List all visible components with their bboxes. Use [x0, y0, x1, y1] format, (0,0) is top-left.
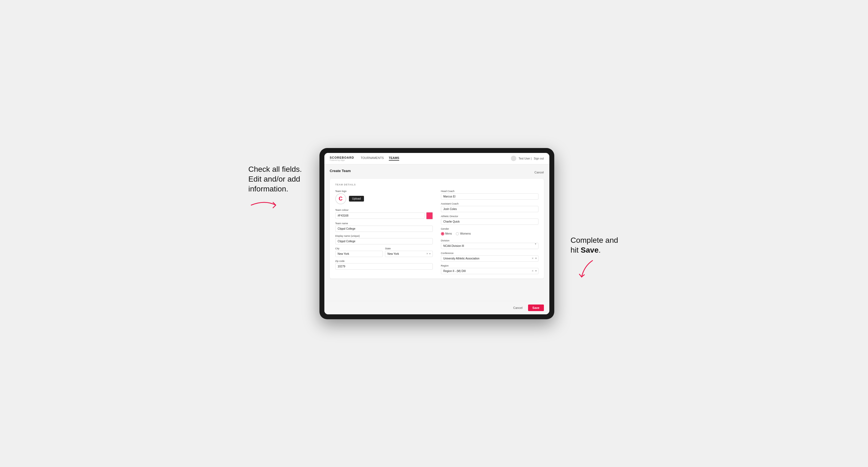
form-col-right: Head Coach Assistant Coach Athletic Dire… — [441, 190, 538, 274]
division-label: Division — [441, 239, 538, 242]
right-arrow-container — [571, 258, 620, 281]
logo-circle: C — [335, 193, 346, 204]
cancel-top-button[interactable]: Cancel — [534, 171, 544, 174]
conference-field: Conference University Athletic Associati… — [441, 252, 538, 261]
brand-subtitle: Powered by clippi — [330, 159, 354, 161]
state-select[interactable]: New York — [385, 251, 433, 257]
section-label: TEAM DETAILS — [335, 183, 538, 186]
navbar: SCOREBOARD Powered by clippi TOURNAMENTS… — [324, 153, 549, 164]
gender-label: Gender — [441, 227, 538, 230]
division-select[interactable]: NCAA Division III — [441, 243, 538, 249]
left-arrow-icon — [248, 197, 281, 213]
tablet-screen: SCOREBOARD Powered by clippi TOURNAMENTS… — [324, 153, 549, 314]
page-title: Create Team — [330, 169, 351, 173]
state-field: State New York ✕ ▼ — [385, 247, 433, 257]
region-clear-icon[interactable]: ✕ — [532, 270, 534, 272]
tablet-frame: SCOREBOARD Powered by clippi TOURNAMENTS… — [319, 148, 554, 319]
form-header-row: Create Team Cancel — [330, 169, 544, 176]
right-annotation: Complete and hit Save. — [565, 148, 620, 281]
region-select[interactable]: Region II - (M) DIII — [441, 268, 538, 274]
assistant-coach-field: Assistant Coach — [441, 203, 538, 212]
city-state-field: City State New York — [335, 247, 433, 257]
gender-radio-group: Mens Womens — [441, 231, 538, 237]
radio-womens-label: Womens — [460, 232, 471, 235]
form-grid: Team logo C Upload Team colo — [335, 190, 538, 274]
state-select-wrapper: New York ✕ ▼ — [385, 251, 433, 257]
user-avatar — [511, 156, 516, 161]
navbar-left: SCOREBOARD Powered by clippi TOURNAMENTS… — [330, 156, 399, 161]
zip-field: Zip code — [335, 260, 433, 270]
city-state-row: City State New York — [335, 247, 433, 257]
signout-link[interactable]: Sign out — [534, 157, 544, 160]
conference-label: Conference — [441, 252, 538, 254]
zip-label: Zip code — [335, 260, 433, 262]
state-clear-icon[interactable]: ✕ — [426, 252, 428, 255]
team-colour-field: Team colour — [335, 209, 433, 219]
radio-mens-label: Mens — [445, 232, 452, 235]
display-name-field: Display name (unique) — [335, 235, 433, 244]
nav-teams[interactable]: TEAMS — [389, 156, 399, 161]
save-button[interactable]: Save — [528, 305, 544, 311]
form-card: TEAM DETAILS Team logo C — [330, 179, 544, 279]
team-name-label: Team name — [335, 222, 433, 225]
head-coach-field: Head Coach — [441, 190, 538, 199]
conference-select-wrapper: University Athletic Association ✕ ▼ — [441, 255, 538, 261]
head-coach-label: Head Coach — [441, 190, 538, 192]
right-annotation-text: Complete and hit Save. — [571, 236, 620, 255]
color-swatch[interactable] — [426, 212, 433, 219]
head-coach-input[interactable] — [441, 193, 538, 199]
navbar-right: Test User | Sign out — [511, 156, 544, 161]
city-field: City — [335, 247, 383, 257]
left-arrow-container — [248, 197, 309, 214]
upload-button[interactable]: Upload — [349, 196, 364, 201]
team-logo-field: Team logo C Upload — [335, 190, 433, 206]
team-colour-label: Team colour — [335, 209, 433, 211]
region-label: Region — [441, 264, 538, 267]
assistant-coach-label: Assistant Coach — [441, 203, 538, 205]
division-field: Division NCAA Division III ▼ — [441, 239, 538, 249]
city-input[interactable] — [335, 251, 383, 257]
team-name-field: Team name — [335, 222, 433, 232]
nav-links: TOURNAMENTS TEAMS — [361, 156, 399, 161]
team-name-input[interactable] — [335, 225, 433, 232]
state-label: State — [385, 247, 433, 250]
team-colour-input[interactable] — [335, 213, 425, 219]
color-input-row — [335, 212, 433, 219]
region-field: Region Region II - (M) DIII ✕ ▼ — [441, 264, 538, 274]
athletic-director-label: Athletic Director — [441, 215, 538, 218]
conference-select[interactable]: University Athletic Association — [441, 255, 538, 261]
radio-womens-dot — [456, 232, 459, 236]
radio-womens[interactable]: Womens — [456, 232, 471, 236]
city-label: City — [335, 247, 383, 250]
main-content: Create Team Cancel TEAM DETAILS Team log… — [324, 164, 549, 301]
form-col-left: Team logo C Upload Team colo — [335, 190, 433, 274]
gender-field: Gender Mens Womens — [441, 227, 538, 237]
radio-mens-dot — [441, 232, 444, 236]
team-logo-label: Team logo — [335, 190, 433, 192]
user-label: Test User | — [519, 157, 532, 160]
left-annotation: Check all fields. Edit and/or add inform… — [248, 148, 309, 214]
display-name-input[interactable] — [335, 238, 433, 244]
zip-input[interactable] — [335, 263, 433, 270]
radio-mens[interactable]: Mens — [441, 232, 452, 236]
left-annotation-text: Check all fields. Edit and/or add inform… — [248, 164, 309, 194]
cancel-button[interactable]: Cancel — [510, 305, 526, 311]
conference-clear-icon[interactable]: ✕ — [532, 257, 534, 260]
brand: SCOREBOARD Powered by clippi — [330, 156, 354, 161]
athletic-director-field: Athletic Director — [441, 215, 538, 225]
logo-area: C Upload — [335, 193, 433, 204]
right-arrow-icon — [571, 258, 598, 280]
form-footer: Cancel Save — [324, 301, 549, 314]
brand-title: SCOREBOARD — [330, 156, 354, 159]
region-select-wrapper: Region II - (M) DIII ✕ ▼ — [441, 268, 538, 274]
division-select-wrapper: NCAA Division III ▼ — [441, 243, 538, 249]
logo-letter: C — [339, 195, 342, 202]
nav-tournaments[interactable]: TOURNAMENTS — [361, 156, 384, 161]
athletic-director-input[interactable] — [441, 218, 538, 225]
display-name-label: Display name (unique) — [335, 235, 433, 237]
assistant-coach-input[interactable] — [441, 206, 538, 212]
